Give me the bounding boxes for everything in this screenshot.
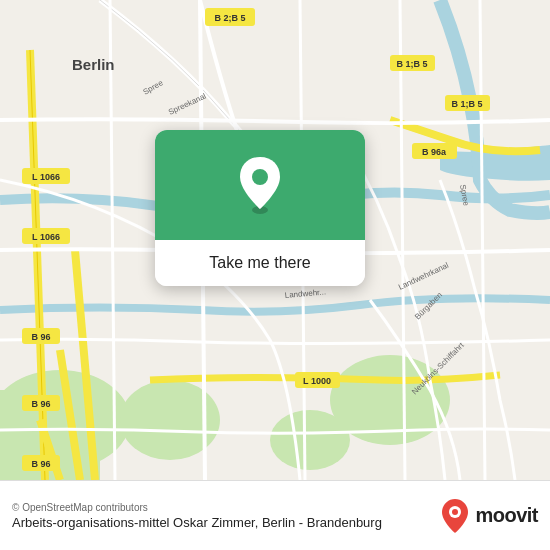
bottom-info: © OpenStreetMap contributors Arbeits-org…: [12, 502, 441, 530]
location-title: Arbeits-organisations-mittel Oskar Zimme…: [12, 515, 441, 530]
svg-point-37: [452, 509, 458, 515]
svg-text:B 1;B 5: B 1;B 5: [451, 99, 482, 109]
moovit-brand-text: moovit: [475, 504, 538, 527]
svg-text:B 96a: B 96a: [422, 147, 447, 157]
location-popup: Take me there: [155, 130, 365, 286]
svg-text:L 1066: L 1066: [32, 172, 60, 182]
svg-text:L 1000: L 1000: [303, 376, 331, 386]
svg-text:B 96: B 96: [31, 399, 50, 409]
map-pin-icon: [236, 155, 284, 215]
svg-text:L 1066: L 1066: [32, 232, 60, 242]
popup-header: [155, 130, 365, 240]
svg-text:B 96: B 96: [31, 332, 50, 342]
svg-text:Berlin: Berlin: [72, 56, 115, 73]
svg-text:B 96: B 96: [31, 459, 50, 469]
svg-text:B 1;B 5: B 1;B 5: [396, 59, 427, 69]
svg-text:B 2;B 5: B 2;B 5: [214, 13, 245, 23]
moovit-pin-icon: [441, 498, 469, 534]
svg-point-35: [252, 169, 268, 185]
map-view: B 2;B 5 B 1;B 5 B 1;B 5 B 96a L 1066 L 1…: [0, 0, 550, 480]
copyright-text: © OpenStreetMap contributors: [12, 502, 441, 513]
svg-point-5: [270, 410, 350, 470]
take-me-there-button[interactable]: Take me there: [155, 240, 365, 286]
moovit-logo: moovit: [441, 498, 538, 534]
bottom-bar: © OpenStreetMap contributors Arbeits-org…: [0, 480, 550, 550]
